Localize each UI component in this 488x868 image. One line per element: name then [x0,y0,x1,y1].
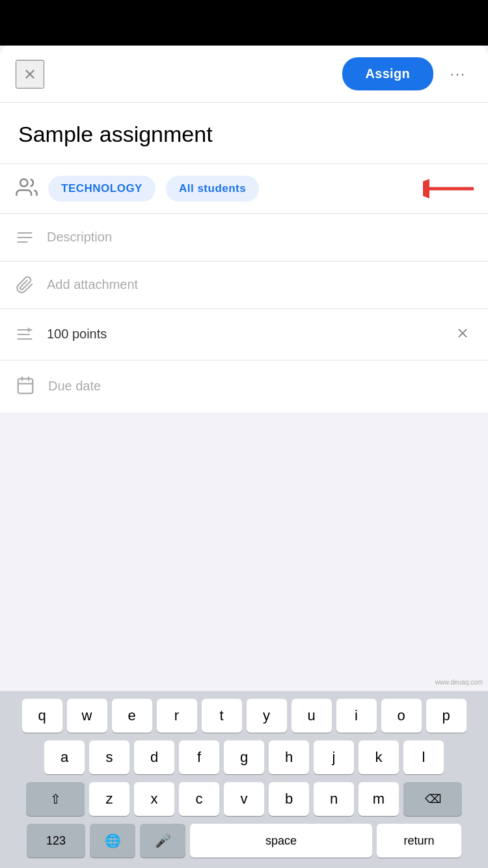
key-h[interactable]: h [269,740,309,774]
key-c[interactable]: c [179,782,219,816]
class-students-row: TECHNOLOGY All students [0,164,488,214]
due-date-label: Due date [48,379,101,394]
key-d[interactable]: d [134,740,174,774]
key-f[interactable]: f [179,740,219,774]
description-label: Description [47,230,112,245]
red-arrow-annotation [423,177,475,200]
class-chip[interactable]: TECHNOLOGY [48,176,156,202]
assign-button[interactable]: Assign [342,57,433,90]
key-e[interactable]: e [112,699,152,733]
key-s[interactable]: s [89,740,129,774]
key-v[interactable]: v [224,782,264,816]
students-chip[interactable]: All students [166,176,259,202]
due-date-row[interactable]: Due date [0,360,488,413]
key-u[interactable]: u [291,699,332,733]
key-z[interactable]: z [89,782,129,816]
key-p[interactable]: p [426,699,467,733]
attachment-icon [16,276,34,294]
shift-key[interactable]: ⇧ [26,782,85,816]
key-i[interactable]: i [336,699,377,733]
points-row[interactable]: 100 points [0,309,488,360]
keyboard-row-2: a s d f g h j k l [4,740,484,774]
people-icon [16,176,38,201]
description-row[interactable]: Description [0,214,488,262]
key-j[interactable]: j [314,740,354,774]
watermark: www.deuaq.com [435,679,483,686]
return-key[interactable]: return [377,824,461,858]
mic-key[interactable]: 🎤 [140,824,185,858]
assignment-title[interactable]: Sample assignment [18,121,470,148]
key-m[interactable]: m [359,782,399,816]
backspace-key[interactable]: ⌫ [403,782,462,816]
attachment-row[interactable]: Add attachment [0,262,488,309]
key-x[interactable]: x [134,782,174,816]
key-n[interactable]: n [314,782,354,816]
attachment-label: Add attachment [47,277,138,292]
numbers-key[interactable]: 123 [27,824,85,858]
svg-rect-13 [18,379,33,394]
key-r[interactable]: r [157,699,197,733]
key-a[interactable]: a [44,740,85,774]
keyboard-row-3: ⇧ z x c v b n m ⌫ [4,782,484,816]
description-icon [16,228,34,247]
more-options-button[interactable]: ··· [444,60,472,88]
keyboard-row-4: 123 🌐 🎤 space return [4,824,484,858]
key-w[interactable]: w [67,699,107,733]
points-icon [16,325,34,344]
keyboard-row-1: q w e r t y u i o p [4,699,484,733]
key-q[interactable]: q [22,699,62,733]
key-g[interactable]: g [224,740,264,774]
globe-key[interactable]: 🌐 [90,824,135,858]
key-y[interactable]: y [247,699,287,733]
key-k[interactable]: k [359,740,399,774]
svg-point-2 [20,179,27,186]
key-t[interactable]: t [202,699,242,733]
close-button[interactable] [16,60,44,88]
title-section: Sample assignment [0,103,488,164]
clear-points-button[interactable] [453,323,472,346]
key-o[interactable]: o [381,699,422,733]
toolbar: Assign ··· [0,46,488,103]
key-l[interactable]: l [403,740,444,774]
space-key[interactable]: space [190,824,372,858]
calendar-icon [16,375,35,398]
keyboard: q w e r t y u i o p a s d f g h j k [0,691,488,868]
points-value: 100 points [47,327,440,342]
key-b[interactable]: b [269,782,309,816]
